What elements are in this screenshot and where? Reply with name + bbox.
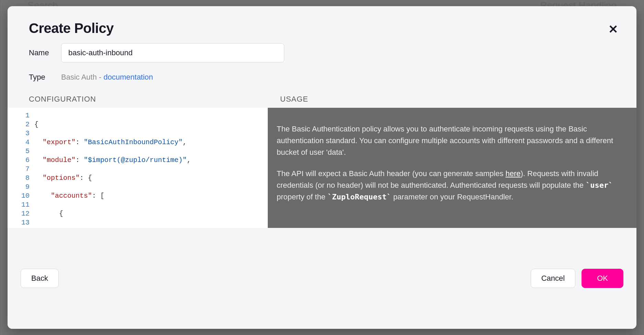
code-content[interactable]: { "export": "BasicAuthInboundPolicy", "m… <box>34 108 240 228</box>
close-button[interactable]: ✕ <box>607 22 619 36</box>
type-value: Basic Auth - documentation <box>61 73 153 82</box>
configuration-editor[interactable]: 1 2 3 4 5 6 7 8 9 10 11 12 13 { "export"… <box>8 108 268 228</box>
name-row: Name <box>29 43 615 62</box>
policy-name-input[interactable] <box>61 43 284 62</box>
type-label: Type <box>29 73 61 82</box>
configuration-heading: CONFIGURATION <box>29 95 280 104</box>
type-row: Type Basic Auth - documentation <box>29 73 615 82</box>
create-policy-modal: Create Policy ✕ Name Type Basic Auth - d… <box>8 6 636 329</box>
name-label: Name <box>29 48 61 57</box>
usage-panel: The Basic Authentication policy allows y… <box>268 108 636 228</box>
cancel-button[interactable]: Cancel <box>531 269 575 288</box>
here-link[interactable]: here <box>506 169 521 178</box>
code-zuplorequest: `ZuploRequest` <box>327 193 391 201</box>
documentation-link[interactable]: documentation <box>104 73 153 81</box>
close-icon: ✕ <box>608 23 618 36</box>
back-button[interactable]: Back <box>21 269 59 288</box>
ok-button[interactable]: OK <box>582 269 623 288</box>
code-user: `user` <box>586 181 613 189</box>
usage-heading: USAGE <box>280 95 308 104</box>
usage-paragraph-2: The API will expect a Basic Auth header … <box>277 168 620 203</box>
modal-title: Create Policy <box>29 21 114 36</box>
usage-paragraph-1: The Basic Authentication policy allows y… <box>277 123 620 158</box>
line-number-gutter: 1 2 3 4 5 6 7 8 9 10 11 12 13 <box>8 108 34 228</box>
